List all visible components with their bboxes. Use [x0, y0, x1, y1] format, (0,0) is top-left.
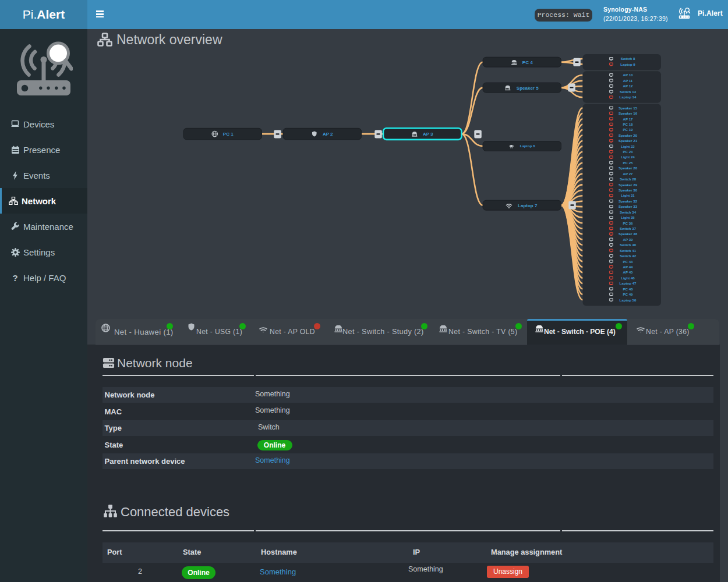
- svg-text:Switch 8: Switch 8: [621, 56, 635, 61]
- svg-text:PC 4: PC 4: [522, 60, 533, 65]
- svg-text:PC 49: PC 49: [623, 292, 634, 296]
- svg-text:Speaker 15: Speaker 15: [619, 106, 638, 110]
- svg-text:AP 44: AP 44: [623, 265, 633, 269]
- svg-text:Switch 13: Switch 13: [620, 90, 637, 94]
- svg-text:Light 35: Light 35: [621, 215, 635, 219]
- svg-text:Speaker 5: Speaker 5: [517, 86, 539, 91]
- svg-text:Speaker 32: Speaker 32: [619, 199, 638, 203]
- svg-text:PC 18: PC 18: [623, 122, 634, 126]
- svg-text:Speaker 21: Speaker 21: [619, 139, 638, 143]
- svg-text:AP 12: AP 12: [623, 84, 633, 88]
- svg-text:AP 45: AP 45: [623, 270, 633, 274]
- svg-text:PC 25: PC 25: [623, 161, 634, 165]
- svg-text:Switch 40: Switch 40: [620, 243, 637, 247]
- svg-text:Laptop 50: Laptop 50: [620, 298, 637, 302]
- svg-text:Light 46: Light 46: [621, 276, 635, 280]
- svg-text:Light 22: Light 22: [621, 144, 635, 148]
- svg-text:PC 1: PC 1: [223, 132, 234, 137]
- svg-text:PC 48: PC 48: [623, 287, 634, 291]
- svg-text:Laptop 47: Laptop 47: [620, 281, 637, 285]
- svg-text:Speaker 29: Speaker 29: [619, 183, 638, 187]
- svg-text:Switch 28: Switch 28: [620, 177, 637, 181]
- svg-text:Speaker 30: Speaker 30: [619, 188, 638, 192]
- svg-text:Laptop 7: Laptop 7: [518, 203, 538, 208]
- svg-text:Laptop 9: Laptop 9: [620, 62, 635, 66]
- svg-text:PC 19: PC 19: [623, 127, 634, 132]
- svg-text:Speaker 33: Speaker 33: [619, 204, 638, 208]
- svg-text:Speaker 20: Speaker 20: [619, 133, 638, 137]
- svg-text:PC 43: PC 43: [623, 260, 634, 264]
- svg-text:AP 10: AP 10: [623, 73, 633, 77]
- svg-text:Switch 42: Switch 42: [620, 254, 637, 258]
- svg-text:Speaker 38: Speaker 38: [619, 232, 638, 236]
- svg-text:AP 17: AP 17: [623, 117, 633, 121]
- svg-text:Switch 37: Switch 37: [620, 226, 637, 230]
- svg-text:PC 36: PC 36: [623, 221, 634, 225]
- svg-text:Laptop 14: Laptop 14: [620, 95, 637, 99]
- svg-text:AP 2: AP 2: [323, 132, 333, 137]
- svg-text:Laptop 6: Laptop 6: [520, 144, 535, 148]
- svg-text:Speaker 26: Speaker 26: [619, 166, 638, 170]
- svg-text:AP 39: AP 39: [623, 237, 633, 242]
- svg-text:AP 11: AP 11: [623, 79, 633, 83]
- svg-text:Switch 41: Switch 41: [620, 249, 637, 253]
- svg-text:Light 24: Light 24: [621, 155, 635, 159]
- svg-text:Light 31: Light 31: [621, 193, 635, 197]
- svg-text:AP 3: AP 3: [423, 132, 433, 137]
- svg-text:Switch 34: Switch 34: [620, 210, 637, 214]
- svg-text:PC 23: PC 23: [623, 150, 634, 154]
- svg-text:Speaker 16: Speaker 16: [619, 111, 638, 115]
- svg-text:AP 27: AP 27: [623, 172, 633, 176]
